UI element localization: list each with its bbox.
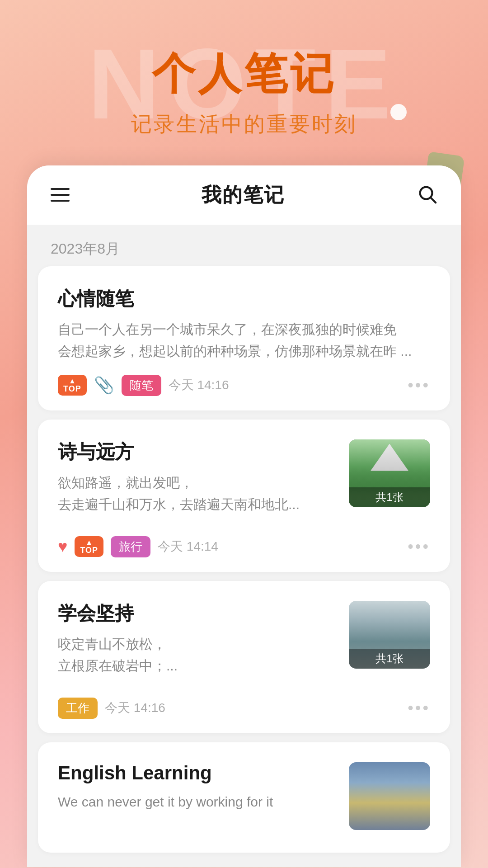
- more-button-1[interactable]: •••: [408, 376, 430, 395]
- note-card-2[interactable]: 诗与远方 欲知路遥，就出发吧，去走遍千山和万水，去踏遍天南和地北... 共1张 …: [38, 420, 450, 572]
- note-image-3: 共1张: [349, 601, 430, 669]
- tag-lvxing-2: 旅行: [111, 536, 150, 557]
- note-footer-3: 工作 今天 14:16 •••: [58, 698, 430, 719]
- note-image-2: 共1张: [349, 439, 430, 507]
- note-title-1: 心情随笔: [58, 286, 430, 311]
- note-footer-2: ♥ ▲ TOP 旅行 今天 14:14 •••: [58, 536, 430, 557]
- more-button-3[interactable]: •••: [408, 698, 430, 717]
- svg-line-1: [431, 198, 436, 203]
- note-header-4: English Learning We can never get it by …: [58, 762, 430, 830]
- note-content-2: 诗与远方 欲知路遥，就出发吧，去走遍千山和万水，去踏遍天南和地北...: [58, 439, 338, 528]
- note-preview-4: We can never get it by working for it: [58, 791, 338, 813]
- note-meta-1: ▲ TOP 📎 随笔 今天 14:16: [58, 375, 229, 396]
- tag-suibi-1: 随笔: [122, 375, 161, 396]
- note-content-3: 学会坚持 咬定青山不放松，立根原在破岩中；...: [58, 601, 338, 689]
- note-meta-2: ♥ ▲ TOP 旅行 今天 14:14: [58, 536, 218, 557]
- note-preview-2: 欲知路遥，就出发吧，去走遍千山和万水，去踏遍天南和地北...: [58, 472, 338, 515]
- heart-icon-2: ♥: [58, 537, 67, 556]
- note-footer-1: ▲ TOP 📎 随笔 今天 14:16 •••: [58, 375, 430, 396]
- note-preview-1: 自己一个人在另一个城市呆久了，在深夜孤独的时候难免会想起家乡，想起以前的种种场景…: [58, 319, 430, 362]
- menu-button[interactable]: [51, 188, 70, 202]
- top-bar: 我的笔记: [27, 165, 461, 225]
- note-preview-3: 咬定青山不放松，立根原在破岩中；...: [58, 633, 338, 677]
- img-count-3: 共1张: [349, 649, 430, 669]
- note-card-1[interactable]: 心情随笔 自己一个人在另一个城市呆久了，在深夜孤独的时候难免会想起家乡，想起以前…: [38, 266, 450, 410]
- note-card-3[interactable]: 学会坚持 咬定青山不放松，立根原在破岩中；... 共1张 工作 今天 14:16…: [38, 581, 450, 733]
- note-meta-3: 工作 今天 14:16: [58, 698, 165, 719]
- attach-icon-1: 📎: [94, 376, 114, 395]
- note-card-4[interactable]: English Learning We can never get it by …: [38, 742, 450, 853]
- more-button-2[interactable]: •••: [408, 537, 430, 556]
- top-badge-1: ▲ TOP: [58, 375, 87, 396]
- hero-title: 个人笔记: [18, 50, 470, 98]
- note-time-1: 今天 14:16: [169, 377, 229, 394]
- notes-list: 心情随笔 自己一个人在另一个城市呆久了，在深夜孤独的时候难免会想起家乡，想起以前…: [27, 266, 461, 867]
- top-arrow-icon: ▲: [69, 377, 76, 385]
- hero-section: 个人笔记 记录生活中的重要时刻: [0, 0, 488, 165]
- note-time-2: 今天 14:14: [158, 538, 218, 555]
- search-button[interactable]: [417, 184, 437, 206]
- top-arrow-icon-2: ▲: [85, 539, 93, 546]
- note-title-2: 诗与远方: [58, 439, 338, 465]
- note-time-3: 今天 14:16: [105, 699, 165, 717]
- main-card: 我的笔记 2023年8月 心情随笔 自己一个人在另一个城市呆久了，在深夜孤独的时…: [27, 165, 461, 867]
- note-header-3: 学会坚持 咬定青山不放松，立根原在破岩中；... 共1张: [58, 601, 430, 689]
- month-label: 2023年8月: [51, 241, 120, 257]
- hero-subtitle: 记录生活中的重要时刻: [18, 110, 470, 138]
- note-title-4: English Learning: [58, 762, 338, 784]
- img-count-2: 共1张: [349, 487, 430, 507]
- top-bar-title: 我的笔记: [202, 182, 285, 208]
- note-header-2: 诗与远方 欲知路遥，就出发吧，去走遍千山和万水，去踏遍天南和地北... 共1张: [58, 439, 430, 528]
- note-image-4: [349, 762, 430, 830]
- note-title-3: 学会坚持: [58, 601, 338, 626]
- month-section: 2023年8月: [27, 225, 461, 266]
- top-badge-2: ▲ TOP: [75, 536, 103, 557]
- london-img: [349, 762, 430, 830]
- note-content-4: English Learning We can never get it by …: [58, 762, 338, 826]
- tag-gongzuo-3: 工作: [58, 698, 98, 719]
